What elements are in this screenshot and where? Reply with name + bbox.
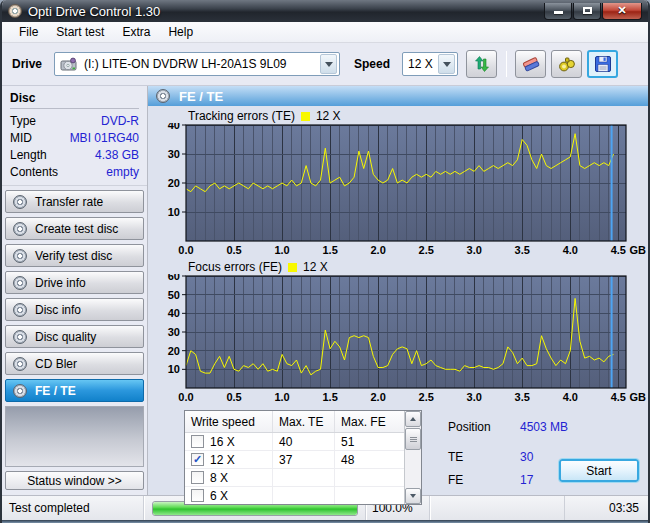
sidebar-item-drive-info[interactable]: Drive info bbox=[5, 271, 144, 294]
svg-text:20: 20 bbox=[168, 345, 180, 357]
start-button[interactable]: Start bbox=[559, 459, 639, 482]
status-window-button[interactable]: Status window >> bbox=[5, 471, 144, 490]
svg-text:2.0: 2.0 bbox=[370, 391, 385, 403]
scroll-up-button[interactable] bbox=[405, 411, 421, 427]
erase-disc-button[interactable] bbox=[515, 50, 546, 78]
binoculars-icon bbox=[557, 55, 577, 73]
fe-legend-swatch bbox=[288, 263, 297, 272]
maximize-button[interactable] bbox=[573, 3, 601, 20]
cd-icon bbox=[13, 276, 27, 290]
table-row-6-x[interactable]: 6 X bbox=[185, 487, 404, 505]
table-row-12-x[interactable]: ✓12 X3748 bbox=[185, 451, 404, 469]
toolbar: Drive (I:) LITE-ON DVDRW LH-20A1S 9L09 S… bbox=[2, 43, 648, 86]
svg-text:0.0: 0.0 bbox=[178, 391, 193, 403]
disc-row-length: Length4.38 GB bbox=[10, 147, 139, 164]
svg-text:10: 10 bbox=[168, 206, 180, 218]
svg-text:30: 30 bbox=[168, 148, 180, 160]
speed-checkbox-16-x[interactable] bbox=[191, 435, 204, 448]
app-cd-icon bbox=[8, 4, 22, 18]
speed-select-arrow[interactable] bbox=[438, 54, 455, 74]
te-chart-block: Tracking errors (TE) 12 X 102030400.00.5… bbox=[150, 109, 648, 257]
title-bar[interactable]: Opti Drive Control 1.30 ✕ bbox=[2, 0, 648, 22]
svg-text:40: 40 bbox=[168, 123, 180, 131]
refresh-drives-button[interactable] bbox=[466, 50, 497, 78]
svg-text:1.5: 1.5 bbox=[322, 391, 337, 403]
main-header-title: FE / TE bbox=[179, 89, 223, 104]
speed-select-value: 12 X bbox=[408, 57, 433, 71]
sidebar-item-transfer-rate[interactable]: Transfer rate bbox=[5, 190, 144, 213]
view-results-button[interactable] bbox=[551, 50, 582, 78]
sidebar-filler bbox=[5, 406, 144, 467]
sidebar-item-fe-te[interactable]: FE / TE bbox=[5, 379, 144, 402]
svg-text:GB: GB bbox=[630, 244, 647, 256]
save-button[interactable] bbox=[587, 50, 618, 78]
table-scrollbar[interactable] bbox=[404, 411, 421, 504]
minimize-button[interactable] bbox=[544, 3, 572, 20]
disc-panel-rows: TypeDVD-RMIDMBI 01RG40Length4.38 GBConte… bbox=[10, 113, 139, 181]
sidebar-item-cd-bler[interactable]: CD Bler bbox=[5, 352, 144, 375]
drive-select-arrow[interactable] bbox=[320, 54, 337, 74]
svg-text:1.0: 1.0 bbox=[274, 391, 289, 403]
drive-select[interactable]: (I:) LITE-ON DVDRW LH-20A1S 9L09 bbox=[54, 52, 340, 76]
drive-label: Drive bbox=[12, 57, 42, 71]
column-header-write-speed[interactable]: Write speed bbox=[185, 411, 273, 432]
fe-value: 17 bbox=[520, 473, 533, 487]
column-header-max-fe[interactable]: Max. FE bbox=[335, 411, 397, 432]
menu-item-help[interactable]: Help bbox=[159, 23, 202, 41]
scroll-down-button[interactable] bbox=[405, 488, 421, 504]
scroll-track[interactable] bbox=[405, 451, 421, 488]
speed-checkbox-8-x[interactable] bbox=[191, 471, 204, 484]
svg-text:1.5: 1.5 bbox=[322, 244, 337, 256]
cd-icon bbox=[156, 89, 170, 103]
svg-text:3.0: 3.0 bbox=[467, 244, 482, 256]
menu-item-extra[interactable]: Extra bbox=[113, 23, 159, 41]
sidebar-item-label: Disc quality bbox=[35, 330, 96, 344]
svg-text:2.5: 2.5 bbox=[419, 391, 434, 403]
disc-panel-title: Disc bbox=[10, 91, 139, 109]
sidebar-item-verify-test-disc[interactable]: Verify test disc bbox=[5, 244, 144, 267]
te-label: TE bbox=[448, 450, 520, 464]
svg-text:0.5: 0.5 bbox=[226, 391, 241, 403]
disc-row-contents: Contentsempty bbox=[10, 164, 139, 181]
cd-icon bbox=[13, 357, 27, 371]
sidebar-item-label: Drive info bbox=[35, 276, 86, 290]
cd-icon bbox=[13, 195, 27, 209]
te-value: 30 bbox=[520, 450, 533, 464]
speed-checkbox-12-x[interactable]: ✓ bbox=[191, 453, 204, 466]
svg-text:0.5: 0.5 bbox=[226, 244, 241, 256]
speed-label: 6 X bbox=[210, 489, 228, 503]
scroll-thumb[interactable] bbox=[405, 428, 421, 450]
fe-label: FE bbox=[448, 473, 520, 487]
svg-text:4.0: 4.0 bbox=[563, 391, 578, 403]
svg-text:0.0: 0.0 bbox=[178, 244, 193, 256]
fe-legend-label: 12 X bbox=[303, 260, 328, 274]
close-icon: ✕ bbox=[617, 5, 626, 16]
disc-row-mid: MIDMBI 01RG40 bbox=[10, 130, 139, 147]
disc-row-value: MBI 01RG40 bbox=[70, 130, 139, 147]
column-header-max-te[interactable]: Max. TE bbox=[273, 411, 335, 432]
table-row-8-x[interactable]: 8 X bbox=[185, 469, 404, 487]
sidebar-item-disc-info[interactable]: Disc info bbox=[5, 298, 144, 321]
disc-row-label: Contents bbox=[10, 164, 58, 181]
window-title: Opti Drive Control 1.30 bbox=[28, 4, 160, 19]
position-value: 4503 MB bbox=[520, 420, 568, 434]
main-header: FE / TE bbox=[148, 86, 648, 106]
max-te-cell: 40 bbox=[273, 433, 335, 450]
speed-checkbox-6-x[interactable] bbox=[191, 489, 204, 502]
speed-select[interactable]: 12 X bbox=[402, 52, 458, 76]
sidebar-item-create-test-disc[interactable]: Create test disc bbox=[5, 217, 144, 240]
left-sidebar: Disc TypeDVD-RMIDMBI 01RG40Length4.38 GB… bbox=[2, 86, 148, 495]
write-speed-table: Write speedMax. TEMax. FE16 X4051✓12 X37… bbox=[184, 410, 422, 505]
menu-item-file[interactable]: File bbox=[10, 23, 47, 41]
svg-text:2.5: 2.5 bbox=[419, 244, 434, 256]
disc-row-label: Length bbox=[10, 147, 47, 164]
sidebar-item-disc-quality[interactable]: Disc quality bbox=[5, 325, 144, 348]
close-button[interactable]: ✕ bbox=[602, 3, 642, 20]
table-row-16-x[interactable]: 16 X4051 bbox=[185, 433, 404, 451]
menu-item-start-test[interactable]: Start test bbox=[47, 23, 113, 41]
refresh-icon bbox=[473, 55, 491, 73]
position-label: Position bbox=[448, 420, 520, 434]
status-text: Test completed bbox=[9, 501, 90, 515]
cd-icon bbox=[13, 303, 27, 317]
max-fe-cell: 48 bbox=[335, 451, 397, 468]
